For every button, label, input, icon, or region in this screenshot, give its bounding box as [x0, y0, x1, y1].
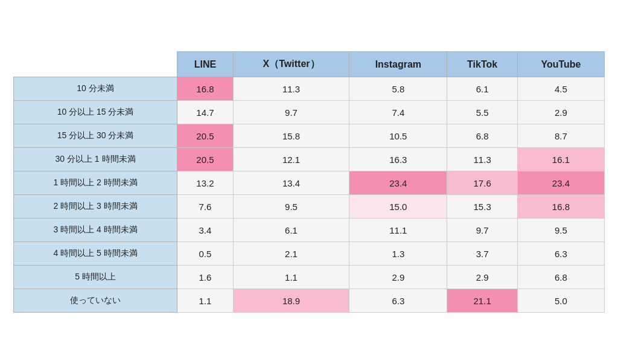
table-header-row: LINEX（Twitter）InstagramTikTokYouTube	[14, 52, 605, 77]
table-row: 1 時間以上 2 時間未満13.213.423.417.623.4	[14, 171, 605, 195]
cell-value: 4.5	[517, 77, 604, 101]
cell-value: 6.1	[233, 219, 349, 242]
row-label: 使っていない	[14, 289, 177, 313]
table-row: 10 分未満16.811.35.86.14.5	[14, 77, 605, 101]
cell-value: 11.3	[447, 148, 517, 171]
cell-value: 20.5	[177, 124, 234, 148]
table-row: 15 分以上 30 分未満20.515.810.56.88.7	[14, 124, 605, 148]
cell-value: 1.1	[233, 266, 349, 289]
cell-value: 2.9	[349, 266, 447, 289]
cell-value: 18.9	[233, 289, 349, 313]
cell-value: 9.7	[447, 219, 517, 242]
cell-value: 13.4	[233, 171, 349, 195]
cell-value: 12.1	[233, 148, 349, 171]
row-label: 2 時間以上 3 時間未満	[14, 195, 177, 219]
cell-value: 3.4	[177, 219, 234, 242]
cell-value: 14.7	[177, 101, 234, 124]
table-row: 10 分以上 15 分未満14.79.77.45.52.9	[14, 101, 605, 124]
header-youtube: YouTube	[517, 52, 604, 77]
data-table: LINEX（Twitter）InstagramTikTokYouTube 10 …	[13, 51, 605, 313]
cell-value: 21.1	[447, 289, 517, 313]
cell-value: 16.8	[177, 77, 234, 101]
cell-value: 6.8	[447, 124, 517, 148]
row-label: 30 分以上 1 時間未満	[14, 148, 177, 171]
cell-value: 2.9	[517, 101, 604, 124]
table-row: 3 時間以上 4 時間未満3.46.111.19.79.5	[14, 219, 605, 242]
table-row: 2 時間以上 3 時間未満7.69.515.015.316.8	[14, 195, 605, 219]
cell-value: 15.0	[349, 195, 447, 219]
cell-value: 23.4	[349, 171, 447, 195]
cell-value: 9.7	[233, 101, 349, 124]
table-row: 30 分以上 1 時間未満20.512.116.311.316.1	[14, 148, 605, 171]
cell-value: 17.6	[447, 171, 517, 195]
table-row: 5 時間以上1.61.12.92.96.8	[14, 266, 605, 289]
header-line: LINE	[177, 52, 234, 77]
cell-value: 11.1	[349, 219, 447, 242]
table-row: 4 時間以上 5 時間未満0.52.11.33.76.3	[14, 242, 605, 266]
cell-value: 15.3	[447, 195, 517, 219]
cell-value: 23.4	[517, 171, 604, 195]
cell-value: 11.3	[233, 77, 349, 101]
cell-value: 5.5	[447, 101, 517, 124]
cell-value: 5.0	[517, 289, 604, 313]
header-instagram: Instagram	[349, 52, 447, 77]
cell-value: 9.5	[517, 219, 604, 242]
table-row: 使っていない1.118.96.321.15.0	[14, 289, 605, 313]
cell-value: 10.5	[349, 124, 447, 148]
cell-value: 8.7	[517, 124, 604, 148]
cell-value: 6.1	[447, 77, 517, 101]
cell-value: 15.8	[233, 124, 349, 148]
table-body: 10 分未満16.811.35.86.14.510 分以上 15 分未満14.7…	[14, 77, 605, 313]
cell-value: 6.3	[349, 289, 447, 313]
row-label: 4 時間以上 5 時間未満	[14, 242, 177, 266]
cell-value: 1.3	[349, 242, 447, 266]
row-label: 10 分以上 15 分未満	[14, 101, 177, 124]
cell-value: 20.5	[177, 148, 234, 171]
data-table-wrapper: LINEX（Twitter）InstagramTikTokYouTube 10 …	[13, 51, 605, 313]
cell-value: 16.1	[517, 148, 604, 171]
row-label: 1 時間以上 2 時間未満	[14, 171, 177, 195]
cell-value: 2.1	[233, 242, 349, 266]
cell-value: 5.8	[349, 77, 447, 101]
row-label: 3 時間以上 4 時間未満	[14, 219, 177, 242]
cell-value: 6.3	[517, 242, 604, 266]
cell-value: 1.6	[177, 266, 234, 289]
header-tiktok: TikTok	[447, 52, 517, 77]
row-label: 15 分以上 30 分未満	[14, 124, 177, 148]
cell-value: 3.7	[447, 242, 517, 266]
row-label: 10 分未満	[14, 77, 177, 101]
cell-value: 9.5	[233, 195, 349, 219]
cell-value: 0.5	[177, 242, 234, 266]
cell-value: 7.6	[177, 195, 234, 219]
cell-value: 2.9	[447, 266, 517, 289]
cell-value: 6.8	[517, 266, 604, 289]
header-empty	[14, 52, 177, 77]
cell-value: 16.8	[517, 195, 604, 219]
cell-value: 16.3	[349, 148, 447, 171]
cell-value: 7.4	[349, 101, 447, 124]
cell-value: 1.1	[177, 289, 234, 313]
header-xtwitter: X（Twitter）	[233, 52, 349, 77]
cell-value: 13.2	[177, 171, 234, 195]
row-label: 5 時間以上	[14, 266, 177, 289]
